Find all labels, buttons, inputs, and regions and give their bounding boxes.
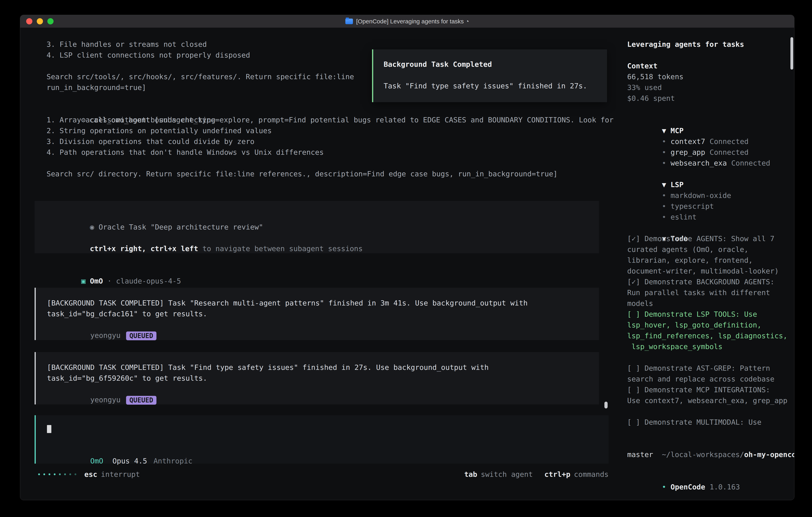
- message-author: yeongyu: [90, 331, 121, 339]
- folder-icon: [345, 19, 353, 24]
- todo-item-done: librarian, explore, frontend,: [627, 255, 791, 266]
- workspace-path: ~/local-workspaces/oh-my-opencode:: [627, 438, 791, 449]
- commands-key-hint[interactable]: ctrl+p: [545, 470, 571, 479]
- oracle-task-title: ◉Oracle Task "Deep architecture review": [47, 211, 587, 222]
- status-bar: esc interrupt tab switch agent ctrl+p co…: [20, 469, 616, 480]
- bullet-icon: •: [662, 148, 666, 156]
- model-chip[interactable]: OmOOpus 4.5Anthropic: [47, 445, 597, 456]
- agent-square-icon: ▣: [81, 277, 86, 285]
- session-title: Leveraging agents for tasks: [627, 39, 791, 50]
- context-spent: $0.46 spent: [627, 93, 791, 104]
- todo-item-active: lsp_workspace_symbols: [627, 341, 791, 352]
- context-used: 33% used: [627, 82, 791, 93]
- agent-model: claude-opus-4-5: [116, 277, 181, 285]
- oracle-task-panel[interactable]: ◉Oracle Task "Deep architecture review" …: [35, 201, 599, 253]
- window-title: [OpenCode] Leveraging agents for tasks ◔: [356, 18, 469, 25]
- zoom-button[interactable]: [47, 18, 54, 24]
- spinner-dots-icon: [38, 473, 76, 475]
- todo-item-done: models: [627, 298, 791, 309]
- bullet-icon: •: [662, 202, 666, 210]
- todo-item-pending: search and replace across codebase: [627, 374, 791, 384]
- tool-arg-item: 3. Division operations that could divide…: [47, 136, 616, 147]
- todo-item-done: [✓] Demonstrate BACKGROUND AGENTS:: [627, 276, 791, 287]
- todo-item-done: curated agents (OmO, oracle,: [627, 244, 791, 255]
- terminal-window: [OpenCode] Leveraging agents for tasks ◔…: [20, 15, 794, 500]
- scrollback-line: 3. File handles or streams not closed: [47, 39, 616, 50]
- message-text: task_id="bg_6f59260c" to get results.: [47, 373, 587, 384]
- message-text: [BACKGROUND TASK COMPLETED] Task "Find t…: [47, 362, 587, 373]
- background-task-message-2[interactable]: [BACKGROUND TASK COMPLETED] Task "Find t…: [35, 352, 599, 404]
- todo-item-done: Run parallel tasks with different: [627, 287, 791, 298]
- session-sidebar[interactable]: Leveraging agents for tasks Context 66,5…: [616, 28, 794, 500]
- todo-item-pending: [ ] Demonstrate MULTIMODAL: Use: [627, 417, 791, 428]
- oracle-icon: ◉: [90, 223, 94, 231]
- todo-item-done: document-writer, multimodal-looker): [627, 266, 791, 276]
- conversation-pane[interactable]: 3. File handles or streams not closed 4.…: [20, 28, 616, 500]
- background-task-message-1[interactable]: [BACKGROUND TASK COMPLETED] Task "Resear…: [35, 288, 599, 340]
- chip-agent-name: OmO: [90, 457, 103, 465]
- chip-provider-name: Anthropic: [153, 457, 193, 465]
- agent-header: ▣OmO·claude-opus-4-5: [47, 265, 616, 276]
- tool-args-tail: Search src/ directory. Return specific f…: [47, 168, 616, 179]
- sidebar-scrollbar-thumb[interactable]: [790, 37, 793, 70]
- toast-body: Task "Find type safety issues" finished …: [384, 81, 599, 91]
- todo-item-active: [ ] Demonstrate LSP TOOLS: Use: [627, 309, 791, 320]
- status-badge-queued: QUEUED: [126, 396, 156, 405]
- mcp-section-header[interactable]: ▼MCP: [627, 114, 791, 125]
- window-titlebar[interactable]: [OpenCode] Leveraging agents for tasks ◔: [20, 15, 794, 28]
- minimize-button[interactable]: [37, 18, 43, 24]
- tool-call-line: ⚙call_omo_agent [subagent_type=explore, …: [47, 104, 616, 114]
- status-badge-queued: QUEUED: [126, 331, 156, 340]
- message-text: [BACKGROUND TASK COMPLETED] Task "Resear…: [47, 298, 587, 308]
- esc-key-hint[interactable]: esc: [84, 470, 97, 479]
- message-meta: yeongyuQUEUED: [47, 384, 587, 394]
- bullet-icon: •: [662, 159, 666, 167]
- bullet-icon: •: [662, 137, 666, 145]
- tool-args: [subagent_type=explore, prompt=Find pote…: [150, 116, 614, 124]
- commands-key-label: commands: [574, 470, 609, 479]
- todo-item-active: lsp_find_references, lsp_diagnostics,: [627, 330, 791, 341]
- separator-dot: ·: [107, 277, 112, 285]
- chip-model-name: Opus 4.5: [113, 457, 147, 465]
- todo-item-pending: [ ] Demonstrate AST-GREP: Pattern: [627, 363, 791, 374]
- main-scrollbar-thumb[interactable]: [604, 402, 608, 408]
- agent-name: OmO: [90, 277, 103, 285]
- tab-key-hint[interactable]: tab: [464, 470, 477, 479]
- oracle-shortcut-hint: ctrl+x right, ctrl+x left to navigate be…: [47, 233, 587, 243]
- message-author: yeongyu: [90, 396, 121, 404]
- text-cursor: [47, 425, 51, 433]
- todo-item-active: lsp_hover, lsp_goto_definition,: [627, 320, 791, 330]
- traffic-lights: [26, 18, 54, 24]
- bullet-icon: •: [662, 191, 666, 199]
- esc-key-label: interrupt: [101, 470, 140, 479]
- close-button[interactable]: [26, 18, 32, 24]
- todo-item-pending: Use context7, websearch_exa, grep_app: [627, 395, 791, 406]
- window-title-area: [OpenCode] Leveraging agents for tasks ◔: [345, 18, 469, 25]
- toast-title: Background Task Completed: [384, 59, 599, 70]
- todo-item-done: [✓] Demonstrate AGENTS: Show all 7: [627, 233, 791, 244]
- prompt-input[interactable]: OmOOpus 4.5Anthropic: [35, 415, 609, 464]
- context-header: Context: [627, 61, 791, 71]
- collapse-triangle-icon: ▼: [662, 127, 666, 135]
- todo-item-pending: [ ] Demonstrate MCP INTEGRATIONS:: [627, 384, 791, 395]
- toast-notification[interactable]: Background Task Completed Task "Find typ…: [372, 49, 607, 102]
- tab-key-label: switch agent: [481, 470, 533, 479]
- opencode-version: •OpenCode1.0.163: [627, 471, 791, 482]
- collapse-triangle-icon: ▼: [662, 181, 666, 189]
- context-tokens: 66,518 tokens: [627, 71, 791, 82]
- message-text: task_id="bg_dcfac161" to get results.: [47, 308, 587, 319]
- message-meta: yeongyuQUEUED: [47, 319, 587, 330]
- bullet-icon: •: [662, 483, 666, 491]
- tool-arg-item: 4. Path operations that don't handle Win…: [47, 147, 616, 158]
- tool-arg-item: 2. String operations on potentially unde…: [47, 125, 616, 136]
- bullet-icon: •: [662, 213, 666, 221]
